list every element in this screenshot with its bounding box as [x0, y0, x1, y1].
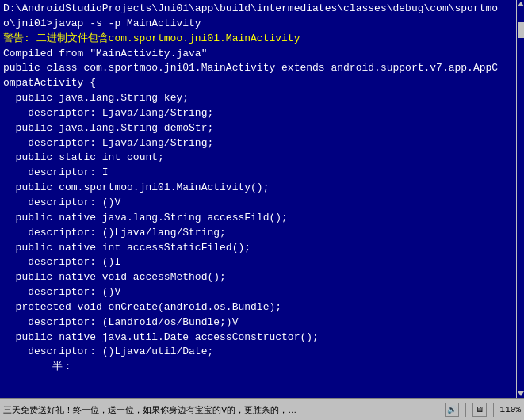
- zoom-level: 110%: [500, 405, 521, 414]
- terminal-line-24: protected void onCreate(android.os.Bundl…: [3, 300, 521, 315]
- taskbar-separator-1: [438, 403, 438, 417]
- terminal-line-1: o\jni01>javap -s -p MainActivity: [3, 17, 521, 32]
- terminal-line-21: public native void accessMethod();: [3, 270, 521, 285]
- terminal-line-4: public class com.sportmoo.jni01.MainActi…: [3, 61, 521, 76]
- terminal-line-25: descriptor: (Landroid/os/Bundle;)V: [3, 315, 521, 330]
- taskbar-notification-text: 三天免费送好礼！终一位，送一位，如果你身边有宝宝的V的，更胜条的，比比画画的..…: [3, 404, 304, 416]
- terminal-line-9: descriptor: Ljava/lang/String;: [3, 136, 521, 151]
- terminal-line-18: public native int accessStaticFiled();: [3, 241, 521, 256]
- taskbar-separator-3: [493, 403, 494, 417]
- terminal-line-12: public com.sportmoo.jni01.MainActivity()…: [3, 181, 521, 196]
- terminal-line-0: D:\AndroidStudioProjects\Jni01\app\build…: [3, 2, 521, 17]
- scrollbar[interactable]: [516, 0, 524, 398]
- taskbar: 三天免费送好礼！终一位，送一位，如果你身边有宝宝的V的，更胜条的，比比画画的..…: [0, 398, 524, 420]
- screen-icon[interactable]: 🖥: [472, 403, 487, 417]
- terminal-line-16: descriptor: ()Ljava/lang/String;: [3, 226, 521, 241]
- terminal-line-15: public native java.lang.String accessFil…: [3, 211, 521, 226]
- taskbar-right: 🔊 🖥 110%: [436, 403, 521, 417]
- terminal-line-22: descriptor: ()V: [3, 285, 521, 300]
- terminal-line-30: 半：: [3, 360, 521, 375]
- terminal-line-3: Compiled from "MainActivity.java": [3, 47, 521, 62]
- terminal-line-6: public java.lang.String key;: [3, 91, 521, 106]
- terminal-line-7: descriptor: Ljava/lang/String;: [3, 106, 521, 121]
- terminal-window: D:\AndroidStudioProjects\Jni01\app\build…: [0, 0, 524, 420]
- taskbar-separator-2: [465, 403, 466, 417]
- scrollbar-down-arrow[interactable]: [518, 391, 524, 396]
- terminal-line-8: public java.lang.String demoStr;: [3, 121, 521, 136]
- scrollbar-up-arrow[interactable]: [518, 2, 524, 6]
- terminal-line-28: descriptor: ()Ljava/util/Date;: [3, 345, 521, 360]
- taskbar-left: 三天免费送好礼！终一位，送一位，如果你身边有宝宝的V的，更胜条的，比比画画的..…: [3, 404, 436, 416]
- terminal-line-27: public native java.util.Date accessConst…: [3, 330, 521, 346]
- terminal-content[interactable]: D:\AndroidStudioProjects\Jni01\app\build…: [0, 0, 524, 398]
- terminal-line-2: 警告: 二进制文件包含com.sportmoo.jni01.MainActivi…: [3, 32, 521, 47]
- terminal-lines: D:\AndroidStudioProjects\Jni01\app\build…: [3, 2, 521, 375]
- terminal-line-11: descriptor: I: [3, 166, 521, 181]
- speaker-icon[interactable]: 🔊: [445, 403, 459, 417]
- terminal-line-13: descriptor: ()V: [3, 196, 521, 211]
- terminal-line-10: public static int count;: [3, 151, 521, 166]
- terminal-line-5: ompatActivity {: [3, 76, 521, 91]
- scrollbar-thumb[interactable]: [518, 22, 524, 38]
- terminal-line-19: descriptor: ()I: [3, 255, 521, 270]
